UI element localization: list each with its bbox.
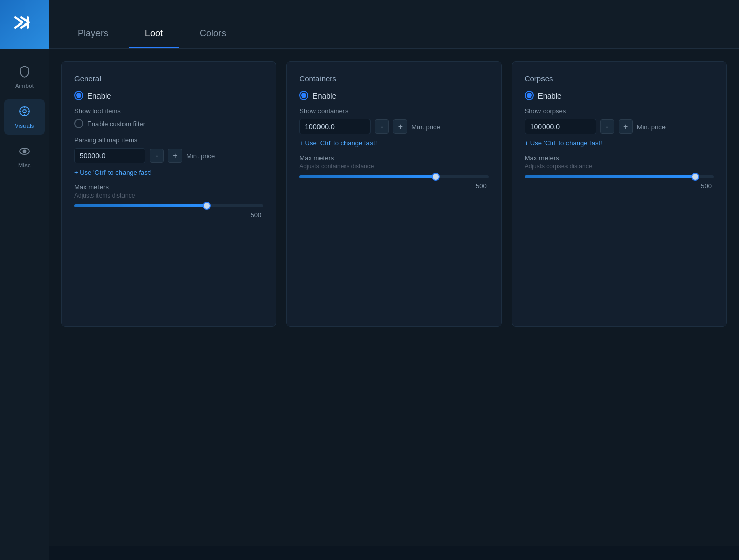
containers-card: Containers Enable Show containers - + Mi… [286, 61, 501, 327]
corpses-title: Corpses [525, 74, 714, 83]
shield-icon [18, 65, 31, 81]
corpses-meters-label: Max meters [525, 154, 714, 162]
corpses-price-unit: Min. price [637, 123, 666, 131]
logo-icon [12, 10, 37, 39]
general-enable-row: Enable [74, 91, 263, 100]
general-meters-label: Max meters [74, 183, 263, 191]
containers-enable-label: Enable [312, 91, 336, 100]
containers-price-decrease-btn[interactable]: - [375, 119, 389, 134]
eye-icon [18, 145, 31, 160]
corpses-slider-thumb[interactable] [691, 173, 699, 181]
containers-price-unit: Min. price [411, 123, 440, 131]
corpses-slider-container: 500 [525, 175, 714, 190]
sidebar-item-aimbot-label: Aimbot [15, 83, 34, 89]
containers-enable-radio[interactable] [299, 91, 308, 100]
sidebar: Aimbot Visuals Misc [0, 0, 49, 560]
corpses-price-decrease-btn[interactable]: - [600, 119, 614, 134]
containers-slider-value: 500 [299, 182, 488, 190]
svg-point-2 [23, 110, 26, 113]
corpses-slider-value: 500 [525, 182, 714, 190]
general-ctrl-hint: + Use 'Ctrl' to change fast! [74, 168, 263, 176]
containers-enable-row: Enable [299, 91, 488, 100]
containers-slider-fill [299, 175, 435, 178]
general-slider-container: 500 [74, 204, 263, 219]
general-price-increase-btn[interactable]: + [168, 149, 182, 163]
general-title: General [74, 74, 263, 83]
main-area: Players Loot Colors General Enable Show … [49, 0, 739, 560]
sidebar-item-misc[interactable]: Misc [4, 139, 45, 175]
corpses-slider-track[interactable] [525, 175, 714, 178]
general-slider-fill [74, 204, 207, 207]
general-price-decrease-btn[interactable]: - [150, 149, 164, 163]
general-price-unit: Min. price [186, 152, 215, 160]
corpses-ctrl-hint: + Use 'Ctrl' to change fast! [525, 139, 714, 147]
containers-show-label: Show containers [299, 107, 488, 115]
containers-price-row: - + Min. price [299, 119, 488, 134]
general-custom-filter-label: Enable custom filter [87, 120, 145, 128]
content-area: General Enable Show loot items Enable cu… [49, 49, 739, 546]
containers-price-increase-btn[interactable]: + [393, 119, 407, 134]
tabs-bar: Players Loot Colors [49, 0, 739, 49]
containers-adjusts-label: Adjusts containers distance [299, 163, 488, 170]
sidebar-item-misc-label: Misc [18, 162, 31, 168]
corpses-card: Corpses Enable Show corpses - + Min. pri… [512, 61, 727, 327]
logo-area [0, 0, 49, 49]
sidebar-item-aimbot[interactable]: Aimbot [4, 59, 45, 95]
tab-colors[interactable]: Colors [183, 20, 242, 48]
corpses-price-input[interactable] [525, 119, 596, 134]
sidebar-item-visuals[interactable]: Visuals [4, 99, 45, 135]
general-enable-radio[interactable] [74, 91, 83, 100]
general-slider-value: 500 [74, 211, 263, 219]
general-show-items-label: Show loot items [74, 107, 263, 115]
general-price-input[interactable] [74, 148, 145, 163]
corpses-slider-fill [525, 175, 695, 178]
general-filter-row: Enable custom filter [74, 119, 263, 128]
containers-slider-container: 500 [299, 175, 488, 190]
containers-meters-label: Max meters [299, 154, 488, 162]
general-price-row: - + Min. price [74, 148, 263, 163]
containers-slider-thumb[interactable] [432, 173, 440, 181]
corpses-show-label: Show corpses [525, 107, 714, 115]
general-adjusts-label: Adjusts items distance [74, 192, 263, 199]
corpses-enable-row: Enable [525, 91, 714, 100]
corpses-enable-label: Enable [538, 91, 562, 100]
corpses-adjusts-label: Adjusts corpses distance [525, 163, 714, 170]
tab-players[interactable]: Players [61, 20, 125, 48]
general-slider-track[interactable] [74, 204, 263, 207]
tab-loot[interactable]: Loot [129, 20, 179, 48]
containers-title: Containers [299, 74, 488, 83]
general-enable-label: Enable [87, 91, 111, 100]
sidebar-item-visuals-label: Visuals [15, 123, 34, 129]
general-slider-thumb[interactable] [203, 202, 211, 210]
general-card: General Enable Show loot items Enable cu… [61, 61, 276, 327]
general-custom-filter-radio[interactable] [74, 119, 83, 128]
corpses-enable-radio[interactable] [525, 91, 534, 100]
target-icon [18, 105, 31, 120]
svg-point-8 [23, 150, 26, 153]
containers-ctrl-hint: + Use 'Ctrl' to change fast! [299, 139, 488, 147]
corpses-price-increase-btn[interactable]: + [619, 119, 633, 134]
containers-price-input[interactable] [299, 119, 371, 134]
bottom-bar [49, 546, 739, 560]
corpses-price-row: - + Min. price [525, 119, 714, 134]
general-parsing-label: Parsing all map items [74, 136, 263, 144]
containers-slider-track[interactable] [299, 175, 488, 178]
